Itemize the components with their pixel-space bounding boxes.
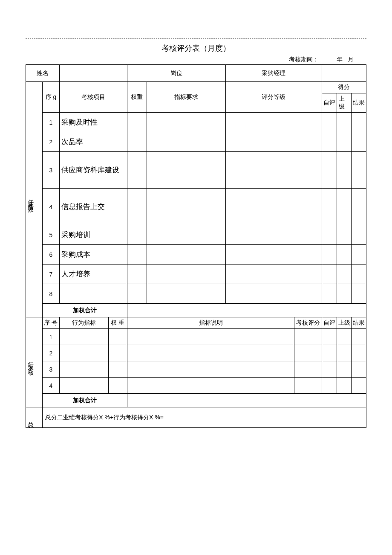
behavior-header-score: 考核评分 (294, 317, 322, 329)
info-row: 姓名 岗位 采购经理 (26, 65, 366, 82)
task-row: 3 供应商资料库建设 (26, 152, 366, 189)
task-row-grade (225, 152, 322, 189)
task-row-superior (337, 245, 352, 264)
name-value (59, 65, 127, 82)
total-label: 总分 (26, 407, 43, 428)
task-row-result (352, 284, 366, 304)
behavior-header-weight: 权 重 (108, 317, 127, 329)
task-row-no: 4 (43, 189, 59, 225)
behavior-header-result: 结果 (352, 317, 366, 329)
task-row-superior (337, 152, 352, 189)
behavior-row: 4 (26, 378, 366, 394)
behavior-group-label: 行为考核 (26, 317, 43, 407)
task-header-result: 结果 (352, 93, 366, 113)
period-year-unit: 年 (337, 56, 343, 63)
task-row: 7 人才培养 (26, 264, 366, 284)
task-row-self (322, 113, 337, 132)
task-row-result (352, 189, 366, 225)
behavior-row-description (127, 345, 294, 361)
behavior-row: 2 (26, 345, 366, 361)
task-row-self (322, 264, 337, 284)
period-row: 考核期间： 年 月 (26, 56, 366, 64)
task-row-superior (337, 225, 352, 245)
task-header-item: 考核项目 (59, 82, 127, 113)
behavior-row-score (294, 361, 322, 378)
behavior-row-superior (337, 329, 352, 345)
behavior-row-weight (108, 378, 127, 394)
task-header-seq: 序 g (43, 82, 59, 113)
task-row-result (352, 132, 366, 152)
behavior-subtotal-label: 加权合计 (43, 394, 127, 407)
behavior-row-result (352, 378, 366, 394)
behavior-row-weight (108, 361, 127, 378)
task-row-result (352, 225, 366, 245)
task-row: 1 采购及时性 (26, 113, 366, 132)
behavior-row-result (352, 345, 366, 361)
behavior-row-weight (108, 329, 127, 345)
task-row-grade (225, 284, 322, 304)
behavior-row-description (127, 329, 294, 345)
task-row-item: 采购成本 (59, 245, 127, 264)
behavior-row-self (322, 378, 337, 394)
task-row-grade (225, 264, 322, 284)
task-row-item: 采购及时性 (59, 113, 127, 132)
behavior-row-score (294, 345, 322, 361)
task-row-no: 2 (43, 132, 59, 152)
task-row-no: 6 (43, 245, 59, 264)
task-row-no: 7 (43, 264, 59, 284)
task-subtotal-value (127, 304, 366, 317)
task-row-no: 3 (43, 152, 59, 189)
task-row-item: 供应商资料库建设 (59, 152, 127, 189)
behavior-header-self: 自评 (322, 317, 337, 329)
task-row-result (352, 264, 366, 284)
position-value: 采购经理 (225, 65, 322, 82)
task-row-self (322, 132, 337, 152)
behavior-header-description: 指标说明 (127, 317, 294, 329)
task-row-self (322, 152, 337, 189)
behavior-row-description (127, 361, 294, 378)
task-row-superior (337, 284, 352, 304)
task-row: 5 采购培训 (26, 225, 366, 245)
behavior-row-result (352, 361, 366, 378)
task-header-row-1: 任务绩效 序 g 考核项目 权重 指标要求 评分等级 得分 (26, 82, 366, 93)
task-row: 6 采购成本 (26, 245, 366, 264)
task-header-requirement: 指标要求 (147, 82, 225, 113)
task-row-item: 次品率 (59, 132, 127, 152)
behavior-row-description (127, 378, 294, 394)
task-row-grade (225, 189, 322, 225)
behavior-header-superior: 上级 (337, 317, 352, 329)
task-row-superior (337, 189, 352, 225)
position-label: 岗位 (127, 65, 225, 82)
task-row-weight (127, 113, 147, 132)
behavior-header-seq: 序 号 (43, 317, 59, 329)
task-row-requirement (147, 264, 225, 284)
task-header-grade: 评分等级 (225, 82, 322, 113)
behavior-header-row: 行为考核 序 号 行为指标 权 重 指标说明 考核评分 自评 上级 结果 (26, 317, 366, 329)
behavior-row-self (322, 345, 337, 361)
task-row-weight (127, 152, 147, 189)
info-blank (322, 65, 366, 82)
behavior-row-score (294, 378, 322, 394)
behavior-subtotal-row: 加权合计 (26, 394, 366, 407)
task-row-requirement (147, 284, 225, 304)
task-row-item: 采购培训 (59, 225, 127, 245)
task-row-no: 5 (43, 225, 59, 245)
task-row-grade (225, 113, 322, 132)
behavior-row-weight (108, 345, 127, 361)
task-row-requirement (147, 132, 225, 152)
task-row: 2 次品率 (26, 132, 366, 152)
behavior-row-superior (337, 378, 352, 394)
behavior-row-superior (337, 345, 352, 361)
behavior-row-indicator (59, 361, 108, 378)
behavior-row-superior (337, 361, 352, 378)
task-row-weight (127, 284, 147, 304)
task-row-requirement (147, 189, 225, 225)
task-subtotal-row: 加权合计 (26, 304, 366, 317)
total-formula: 总分二业绩考核得分X %+行为考核得分X %= (43, 407, 366, 428)
behavior-row-self (322, 361, 337, 378)
task-row-superior (337, 264, 352, 284)
behavior-row-result (352, 329, 366, 345)
task-row-no: 8 (43, 284, 59, 304)
task-header-superior: 上级 (337, 93, 352, 113)
period-month-unit: 月 (348, 56, 354, 63)
